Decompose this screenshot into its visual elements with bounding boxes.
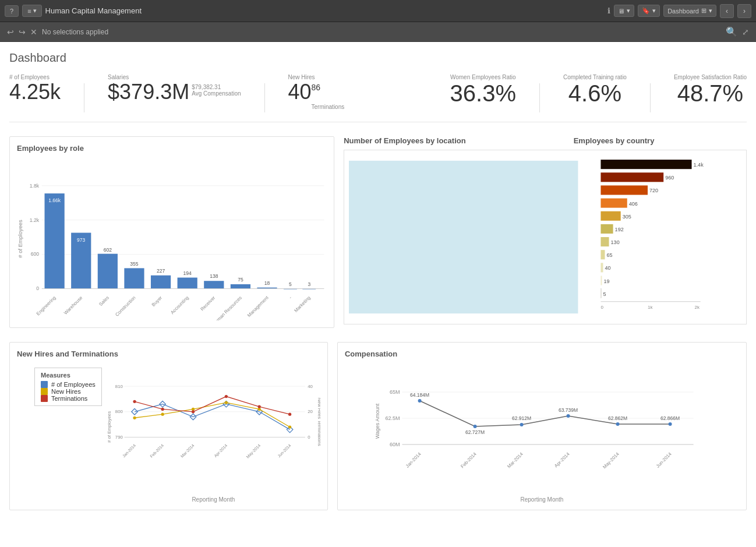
legend-terminations-color [41, 395, 48, 402]
bar-label-sales: 602 [104, 247, 112, 253]
display-arrow: ▾ [627, 7, 630, 15]
page-title: Dashboard [9, 51, 747, 65]
svg-text:New Hires Terminations: New Hires Terminations [317, 398, 320, 446]
select-clear-icon[interactable]: ✕ [30, 27, 37, 37]
svg-text:Management: Management [246, 295, 270, 318]
country-label-11: 5 [603, 291, 606, 297]
svg-text:Marketing: Marketing [293, 295, 311, 313]
kpi-training-label: Completed Training ratio [563, 74, 627, 80]
country-label-4: 406 [628, 201, 637, 207]
select-forward-icon[interactable]: ↪ [19, 27, 26, 37]
kpi-newhires-sub-group: 86 Terminations [312, 82, 345, 110]
kpi-newhires-sup: 86 [312, 83, 345, 92]
legend-employees: # of Employees [41, 381, 96, 388]
svg-text:Construction: Construction [114, 295, 136, 317]
svg-text:Receiver: Receiver [200, 295, 217, 312]
kpi-divider-2 [264, 83, 265, 112]
country-title-container: Employees by country [574, 136, 747, 150]
employees-by-role-title: Employees by role [17, 144, 327, 153]
comp-pt-3 [520, 423, 523, 426]
view-select[interactable]: Dashboard ⊞ ▾ [663, 5, 716, 17]
employees-by-role-chart: Employees by role # of Employees 0 600 1… [9, 136, 334, 328]
svg-text:Accounting: Accounting [169, 295, 190, 316]
bar-label-warehouse: 973 [77, 237, 86, 243]
compensation-chart-area: Wages Amount 60M 62.5M 65M [345, 363, 739, 503]
measures-box: Measures # of Employees New Hires Termin… [34, 368, 102, 406]
select-back-icon[interactable]: ↩ [7, 27, 14, 37]
search-icon[interactable]: 🔍 [726, 26, 737, 37]
expand-icon[interactable]: ⤢ [742, 27, 749, 37]
svg-text:Mar-2014: Mar-2014 [506, 451, 524, 469]
svg-text:Apr-2014: Apr-2014 [553, 451, 571, 468]
help-icon: ? [10, 8, 13, 15]
display-icon: 🖥 [618, 8, 624, 15]
legend-employees-color [41, 381, 48, 388]
bar-label-hr: 75 [238, 277, 243, 283]
display-button[interactable]: 🖥 ▾ [614, 5, 634, 17]
new-hires-chart: New Hires and Terminations Measures # of… [9, 342, 328, 510]
right-top-charts: Number of Employees by location Employee… [344, 136, 747, 328]
info-icon[interactable]: ℹ [607, 6, 610, 15]
comp-label-4: 63.739M [559, 407, 578, 413]
svg-text:Engineering: Engineering [36, 295, 57, 317]
bar-buyer [151, 276, 171, 289]
charts-row-2: New Hires and Terminations Measures # of… [9, 342, 747, 510]
country-bar-11 [600, 289, 601, 298]
bar-receiver [204, 281, 224, 288]
nh-pt-1 [133, 417, 136, 419]
prev-button[interactable]: ‹ [720, 4, 734, 18]
new-hires-chart-area: # of Employees New Hires Terminations 79… [107, 363, 320, 503]
svg-text:62.5M: 62.5M [385, 415, 400, 421]
svg-text:1k: 1k [648, 305, 653, 310]
svg-text:20: 20 [308, 409, 313, 414]
svg-rect-20 [349, 161, 578, 313]
nh-pt-6 [288, 425, 291, 428]
legend-terminations: Terminations [41, 395, 96, 402]
toolbar-right: 🖥 ▾ 🔖 ▾ Dashboard ⊞ ▾ ‹ › [614, 4, 751, 18]
kpi-avg-value: $79,382.31 [192, 84, 241, 90]
country-label-3: 720 [649, 188, 658, 193]
kpi-employees-value: 4.25k [9, 82, 61, 103]
kpi-women: Women Employees Ratio 36.3% [450, 74, 516, 105]
main-content: Dashboard # of Employees 4.25k Salaries … [0, 42, 756, 547]
svg-text:800: 800 [115, 409, 123, 414]
country-label-7: 130 [610, 239, 619, 245]
svg-text:0: 0 [308, 435, 310, 440]
list-icon: ≡ [27, 8, 31, 15]
country-label-10: 19 [603, 278, 609, 284]
kpi-training-value: 4.6% [563, 82, 627, 105]
kpi-newhires: New Hires 40 86 Terminations [288, 74, 345, 110]
country-bar-5 [600, 211, 620, 221]
list-button[interactable]: ≡ ▾ [22, 5, 41, 17]
kpi-women-value: 36.3% [450, 82, 516, 105]
bar-hr [231, 284, 250, 289]
kpi-women-label: Women Employees Ratio [450, 74, 516, 80]
kpi-salaries: Salaries $379.3M $79,382.31 Avg Compensa… [108, 74, 241, 103]
bookmark-button[interactable]: 🔖 ▾ [638, 5, 660, 17]
country-bar-8 [600, 250, 605, 259]
bar-engineering [45, 193, 65, 288]
kpi-satisfaction: Employee Satisfaction Ratio 48.7% [674, 74, 747, 105]
svg-text:Apr-2014: Apr-2014 [213, 443, 228, 458]
svg-text:1.8k: 1.8k [30, 183, 40, 189]
kpi-newhires-main: 40 [288, 82, 312, 103]
svg-text:Buyer: Buyer [151, 295, 163, 307]
comp-label-1: 64.184M [410, 392, 429, 398]
toolbar: ? ≡ ▾ Human Capital Management ℹ 🖥 ▾ 🔖 ▾… [0, 0, 756, 22]
bar-label-dash: 5 [289, 281, 292, 287]
kpi-employees: # of Employees 4.25k [9, 74, 61, 103]
legend-new-hires: New Hires [41, 388, 96, 395]
svg-text:1.2k: 1.2k [30, 217, 40, 223]
view-arrow: ▾ [709, 7, 712, 15]
term-pt-3 [192, 410, 195, 413]
country-label-8: 65 [606, 252, 612, 258]
bar-label-engineering: 1.66k [48, 197, 61, 203]
svg-text:810: 810 [115, 384, 123, 389]
bar-label-management: 18 [264, 280, 270, 286]
svg-text:790: 790 [115, 435, 123, 440]
new-hires-content: Measures # of Employees New Hires Termin… [17, 363, 320, 503]
next-button[interactable]: › [737, 4, 751, 18]
svg-text:40: 40 [308, 384, 313, 389]
country-bars-svg: 1.4k 960 720 406 305 [583, 155, 741, 319]
help-button[interactable]: ? [5, 5, 19, 17]
